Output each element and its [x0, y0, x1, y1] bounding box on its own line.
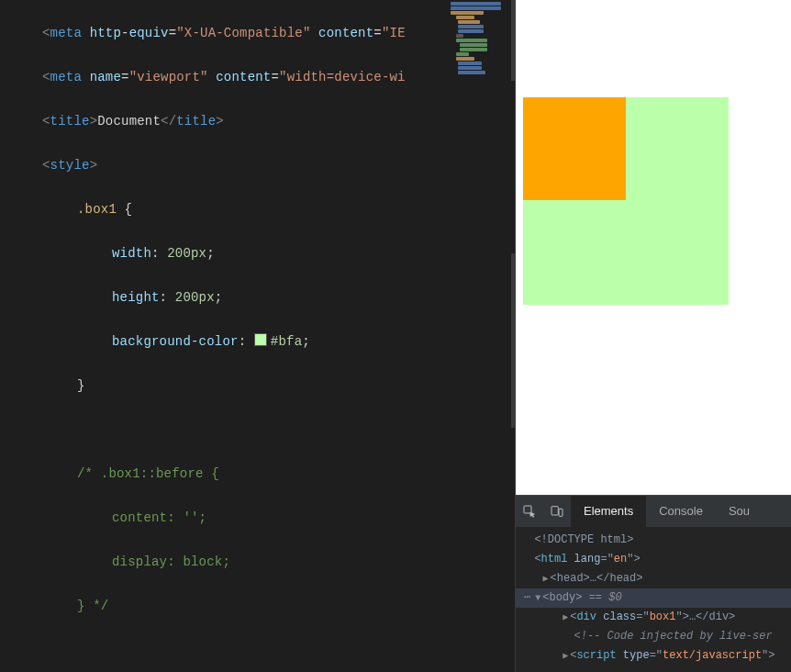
dom-tree[interactable]: <!DOCTYPE html> <html lang="en"> ▶<head>…	[516, 527, 791, 672]
dom-comment[interactable]: <!-- Code injected by live-ser	[516, 627, 791, 646]
code-line[interactable]	[11, 639, 515, 661]
dom-html[interactable]: <html lang="en">	[516, 550, 791, 569]
code-line[interactable]: } */	[11, 595, 515, 617]
workspace: <meta http-equiv="X-UA-Compatible" conte…	[0, 0, 791, 672]
code-line[interactable]: background-color: #bfa;	[11, 330, 515, 353]
svg-rect-1	[551, 507, 558, 515]
code-editor[interactable]: <meta http-equiv="X-UA-Compatible" conte…	[0, 0, 515, 672]
code-line[interactable]: .box1 {	[11, 198, 515, 220]
code-line[interactable]	[11, 419, 515, 441]
dom-div[interactable]: ▶<div class="box1">…</div>	[516, 608, 791, 627]
expand-icon[interactable]: ▶	[561, 608, 570, 627]
expand-icon[interactable]: ▶	[541, 569, 551, 588]
code-line[interactable]: <style>	[11, 154, 515, 176]
dom-body[interactable]: ⋯▼<body> == $0	[516, 588, 791, 608]
code-line[interactable]: /* .box1::before {	[11, 463, 515, 485]
dom-script[interactable]: ▶<script type="text/javascript">	[516, 646, 791, 666]
color-swatch-icon[interactable]	[254, 333, 267, 346]
collapse-icon[interactable]: ▼	[533, 588, 542, 608]
scroll-thumb[interactable]	[511, 253, 515, 428]
code-line[interactable]: height: 200px;	[11, 286, 515, 308]
dom-doctype[interactable]: <!DOCTYPE html>	[516, 531, 791, 550]
inspect-icon[interactable]	[516, 496, 543, 527]
minimap-slider[interactable]	[511, 0, 515, 81]
tab-console[interactable]: Console	[646, 496, 716, 527]
dom-head[interactable]: ▶<head>…</head>	[516, 569, 791, 588]
code-line[interactable]: <meta http-equiv="X-UA-Compatible" conte…	[11, 22, 515, 44]
browser-preview[interactable]	[516, 0, 791, 495]
devtools-tabbar: Elements Console Sou	[516, 496, 791, 527]
code-content[interactable]: <meta http-equiv="X-UA-Compatible" conte…	[0, 0, 515, 672]
tab-elements[interactable]: Elements	[571, 496, 646, 527]
expand-icon[interactable]: ▶	[561, 646, 570, 666]
preview-box2	[523, 97, 626, 200]
preview-pane: Elements Console Sou <!DOCTYPE html> <ht…	[515, 0, 791, 672]
code-line[interactable]: display: block;	[11, 551, 515, 573]
code-line[interactable]: <title>Document</title>	[11, 110, 515, 132]
device-toggle-icon[interactable]	[543, 496, 571, 527]
code-line[interactable]: width: 200px;	[11, 242, 515, 264]
minimap[interactable]	[449, 0, 515, 81]
code-line[interactable]: }	[11, 375, 515, 397]
tab-sources[interactable]: Sou	[716, 496, 763, 527]
code-line[interactable]: <meta name="viewport" content="width=dev…	[11, 66, 515, 88]
devtools: Elements Console Sou <!DOCTYPE html> <ht…	[516, 495, 791, 672]
more-icon[interactable]: ⋯	[521, 591, 533, 604]
code-line[interactable]: content: '';	[11, 507, 515, 529]
svg-rect-2	[559, 509, 563, 516]
